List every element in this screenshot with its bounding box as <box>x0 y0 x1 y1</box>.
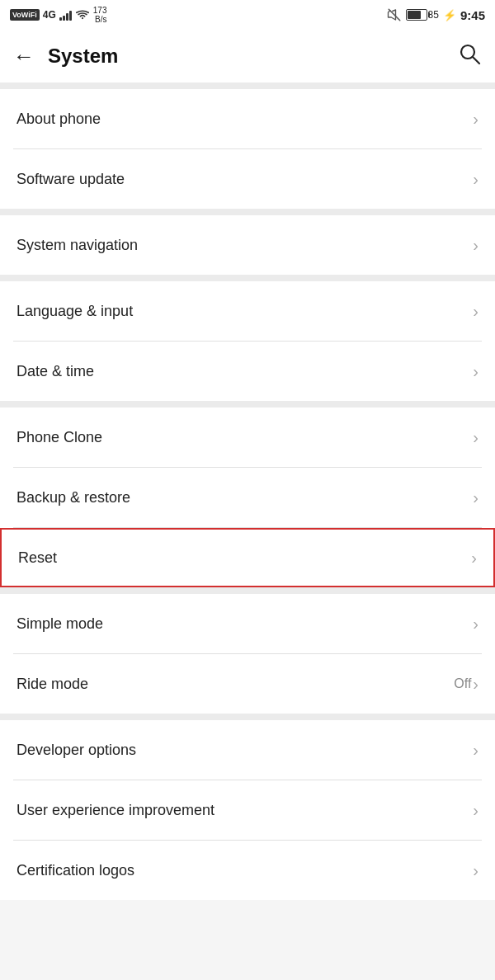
chevron-icon-certification-logos: › <box>473 861 478 880</box>
chevron-icon-ride-mode: › <box>473 675 478 694</box>
chevron-icon-user-experience: › <box>473 801 478 820</box>
menu-item-label-simple-mode: Simple mode <box>16 615 103 633</box>
menu-item-value-ride-mode: Off <box>454 676 471 691</box>
chevron-icon-date-time: › <box>473 362 478 381</box>
menu-item-right-ride-mode: Off› <box>454 675 478 694</box>
menu-item-backup-restore[interactable]: Backup & restore› <box>0 468 495 527</box>
menu-item-developer-options[interactable]: Developer options› <box>0 720 495 780</box>
menu-group-3: Phone Clone›Backup & restore›Reset› <box>0 408 495 587</box>
menu-item-right-date-time: › <box>473 362 478 381</box>
menu-item-label-phone-clone: Phone Clone <box>16 429 102 446</box>
search-button[interactable] <box>457 41 482 72</box>
menu-item-ride-mode[interactable]: Ride modeOff› <box>0 654 495 714</box>
status-bar: VoWiFi 4G 173 B/s 85 <box>0 0 495 30</box>
group-divider-4 <box>0 587 495 594</box>
menu-item-label-backup-restore: Backup & restore <box>16 489 130 506</box>
menu-item-right-phone-clone: › <box>473 428 478 447</box>
mute-icon <box>387 7 402 22</box>
battery-fill <box>408 11 422 19</box>
menu-item-language-input[interactable]: Language & input› <box>0 281 495 341</box>
group-divider-2 <box>0 275 495 281</box>
chevron-icon-language-input: › <box>473 302 478 321</box>
group-divider-5 <box>0 714 495 720</box>
battery: 85 <box>406 9 439 21</box>
menu-group-1: System navigation› <box>0 215 495 275</box>
top-bar: ← System <box>0 30 495 82</box>
menu-item-certification-logos[interactable]: Certification logos› <box>0 841 495 900</box>
menu-group-2: Language & input›Date & time› <box>0 281 495 401</box>
svg-line-1 <box>473 57 479 64</box>
group-divider-3 <box>0 401 495 408</box>
vowifi-badge: VoWiFi <box>10 9 40 21</box>
menu-item-right-reset: › <box>471 549 477 568</box>
chevron-icon-developer-options: › <box>473 741 478 760</box>
status-left: VoWiFi 4G 173 B/s <box>10 6 106 24</box>
menu-item-label-certification-logos: Certification logos <box>16 862 134 879</box>
menu-group-5: Developer options›User experience improv… <box>0 720 495 900</box>
menu-item-label-software-update: Software update <box>16 171 125 188</box>
menu-item-right-certification-logos: › <box>473 861 478 880</box>
menu-group-0: About phone›Software update› <box>0 89 495 209</box>
menu-item-reset[interactable]: Reset› <box>0 528 495 587</box>
menu-item-right-about-phone: › <box>473 110 478 129</box>
menu-item-label-about-phone: About phone <box>16 111 101 128</box>
back-button[interactable]: ← <box>13 45 35 67</box>
chevron-icon-phone-clone: › <box>473 428 478 447</box>
menu-item-right-backup-restore: › <box>473 488 478 507</box>
menu-item-label-ride-mode: Ride mode <box>16 676 88 693</box>
menu-item-label-system-navigation: System navigation <box>16 237 138 254</box>
menu-item-label-reset: Reset <box>18 549 57 567</box>
chevron-icon-system-navigation: › <box>473 236 478 255</box>
menu-item-simple-mode[interactable]: Simple mode› <box>0 594 495 653</box>
menu-item-about-phone[interactable]: About phone› <box>0 89 495 148</box>
menu-item-right-developer-options: › <box>473 741 478 760</box>
menu-item-right-language-input: › <box>473 302 478 321</box>
menu-item-label-developer-options: Developer options <box>16 742 136 759</box>
chevron-icon-simple-mode: › <box>473 615 478 634</box>
page-title: System <box>48 45 118 68</box>
menu-item-user-experience[interactable]: User experience improvement› <box>0 780 495 840</box>
menu-item-software-update[interactable]: Software update› <box>0 149 495 209</box>
top-bar-left: ← System <box>13 45 118 68</box>
battery-level: 85 <box>428 9 439 21</box>
network-type: 4G <box>43 9 56 21</box>
menu-item-date-time[interactable]: Date & time› <box>0 342 495 401</box>
time: 9:45 <box>460 8 485 22</box>
chevron-icon-about-phone: › <box>473 110 478 129</box>
network-speed: 173 B/s <box>93 6 107 24</box>
group-divider-0 <box>0 82 495 89</box>
signal-bars <box>59 9 72 21</box>
wifi-icon <box>75 9 90 21</box>
menu-container: About phone›Software update›System navig… <box>0 82 495 900</box>
chevron-icon-reset: › <box>471 549 477 568</box>
menu-item-label-user-experience: User experience improvement <box>16 802 214 819</box>
menu-item-right-user-experience: › <box>473 801 478 820</box>
menu-item-right-system-navigation: › <box>473 236 478 255</box>
menu-item-right-software-update: › <box>473 170 478 189</box>
menu-item-label-date-time: Date & time <box>16 363 94 380</box>
menu-group-4: Simple mode›Ride modeOff› <box>0 594 495 714</box>
menu-item-system-navigation[interactable]: System navigation› <box>0 215 495 275</box>
chevron-icon-software-update: › <box>473 170 478 189</box>
battery-box <box>406 9 427 21</box>
charging-icon: ⚡ <box>443 9 456 21</box>
status-right: 85 ⚡ 9:45 <box>387 7 485 22</box>
menu-item-label-language-input: Language & input <box>16 303 133 320</box>
menu-item-right-simple-mode: › <box>473 615 478 634</box>
menu-item-phone-clone[interactable]: Phone Clone› <box>0 408 495 467</box>
chevron-icon-backup-restore: › <box>473 488 478 507</box>
group-divider-1 <box>0 209 495 215</box>
